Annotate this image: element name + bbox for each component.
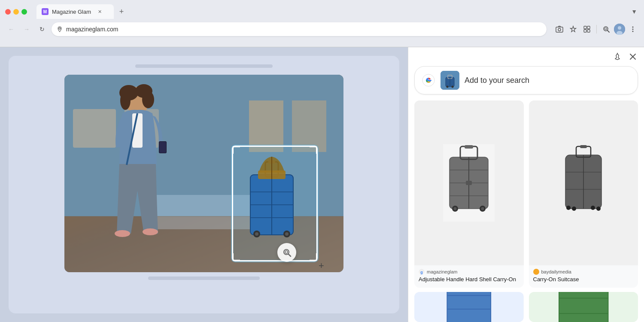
svg-point-63 xyxy=(452,86,454,88)
active-tab[interactable]: M Magazine Glam ✕ xyxy=(36,4,114,19)
maximize-window-button[interactable] xyxy=(21,9,27,15)
lens-search-button[interactable] xyxy=(600,23,612,35)
svg-rect-3 xyxy=(556,27,563,32)
svg-rect-6 xyxy=(587,26,590,29)
svg-point-90 xyxy=(596,207,601,211)
result-image-2 xyxy=(529,100,638,265)
svg-rect-76 xyxy=(466,181,472,185)
close-panel-button[interactable] xyxy=(628,52,638,62)
source-name-1: magazineglam xyxy=(427,269,458,274)
tab-close-button[interactable]: ✕ xyxy=(96,8,103,15)
location-icon xyxy=(57,26,63,32)
svg-rect-20 xyxy=(249,100,283,152)
lens-button[interactable] xyxy=(277,243,296,262)
new-tab-button[interactable]: + xyxy=(115,6,128,18)
suitcase-gray-1 xyxy=(443,144,495,222)
svg-point-35 xyxy=(143,228,158,235)
title-bar: M Magazine Glam ✕ + ▼ xyxy=(0,0,644,20)
tab-dropdown-button[interactable]: ▼ xyxy=(629,6,639,17)
content-area: + xyxy=(0,47,644,322)
results-grid: g magazineglam Adjustable Handle Hard Sh… xyxy=(408,100,644,288)
address-bar-row: ← → ↻ magazineglam.com xyxy=(0,20,644,39)
pin-icon xyxy=(614,53,621,61)
screenshot-button[interactable] xyxy=(553,23,565,35)
svg-rect-99 xyxy=(559,292,608,322)
address-bar[interactable]: magazineglam.com xyxy=(52,22,547,36)
search-header-box[interactable]: Add to your search xyxy=(414,66,638,94)
suitcase-blue-partial xyxy=(414,292,524,322)
svg-text:M: M xyxy=(43,9,47,14)
forward-button[interactable]: → xyxy=(21,23,33,35)
google-logo xyxy=(422,73,435,87)
selection-box xyxy=(232,146,318,261)
toolbar-divider xyxy=(596,25,597,33)
result-source-2: baydailymedia xyxy=(533,269,634,275)
page-scrollbar-bottom xyxy=(148,276,260,280)
result-card-4-partial[interactable] xyxy=(529,292,638,322)
webpage-inner: + xyxy=(9,56,399,313)
close-icon xyxy=(629,53,636,60)
luggage-image xyxy=(237,149,306,256)
result-card-2[interactable]: baydailymedia Carry-On Suitcase xyxy=(529,100,638,288)
tab-favicon: M xyxy=(42,8,49,15)
svg-rect-8 xyxy=(587,30,590,32)
woman-figure xyxy=(77,79,206,268)
suitcase-gray-2 xyxy=(558,144,609,222)
result-source-1: g magazineglam xyxy=(419,269,519,275)
refresh-button[interactable]: ↻ xyxy=(36,23,48,35)
thumbnail-luggage xyxy=(440,71,459,90)
back-icon: ← xyxy=(8,26,14,33)
result-card-3-partial[interactable] xyxy=(414,292,524,322)
svg-point-13 xyxy=(618,26,621,30)
svg-point-17 xyxy=(632,31,634,32)
svg-point-11 xyxy=(605,28,607,30)
svg-point-2 xyxy=(59,27,61,29)
svg-point-4 xyxy=(558,28,561,31)
selection-corner-tr xyxy=(310,146,317,154)
svg-point-29 xyxy=(142,91,154,108)
camera-icon xyxy=(556,25,563,33)
svg-rect-93 xyxy=(447,292,491,322)
star-icon xyxy=(569,25,577,33)
page-scrollbar xyxy=(135,64,273,68)
lens-button-icon xyxy=(282,247,292,258)
svg-rect-5 xyxy=(584,26,586,29)
bookmark-button[interactable] xyxy=(567,23,579,35)
suitcase-green-partial xyxy=(529,292,638,322)
extensions-button[interactable] xyxy=(581,23,593,35)
close-window-button[interactable] xyxy=(5,9,11,15)
svg-rect-84 xyxy=(580,145,587,148)
puzzle-icon xyxy=(583,25,591,33)
pin-button[interactable] xyxy=(612,52,623,62)
svg-point-15 xyxy=(632,27,634,28)
user-avatar[interactable] xyxy=(614,24,625,35)
svg-line-10 xyxy=(608,30,609,32)
webpage-area: + xyxy=(0,47,408,322)
menu-dots-icon xyxy=(629,25,637,33)
url-text: magazineglam.com xyxy=(66,26,541,33)
more-options-button[interactable] xyxy=(627,23,639,35)
svg-point-87 xyxy=(566,206,571,210)
result-card-2-info: baydailymedia Carry-On Suitcase xyxy=(529,265,638,288)
browser-actions xyxy=(553,23,639,35)
source-name-2: baydailymedia xyxy=(541,269,571,274)
back-button[interactable]: ← xyxy=(5,23,17,35)
svg-point-74 xyxy=(481,207,484,210)
refresh-icon: ↻ xyxy=(39,26,45,33)
svg-text:g: g xyxy=(420,270,423,274)
traffic-lights xyxy=(5,9,27,15)
result-card-1[interactable]: g magazineglam Adjustable Handle Hard Sh… xyxy=(414,100,524,288)
tab-title: Magazine Glam xyxy=(52,9,91,15)
results-row2 xyxy=(408,288,644,322)
crosshair-cursor: + xyxy=(319,260,327,269)
svg-point-30 xyxy=(120,91,131,110)
search-thumbnail xyxy=(440,71,459,90)
svg-point-46 xyxy=(255,232,258,236)
svg-point-34 xyxy=(115,230,130,237)
minimize-window-button[interactable] xyxy=(13,9,19,15)
result-title-1: Adjustable Handle Hard Shell Carry-On xyxy=(419,276,519,283)
add-to-search-text: Add to your search xyxy=(465,76,529,85)
result-image-1 xyxy=(414,100,524,265)
selection-corner-br xyxy=(310,253,317,261)
svg-point-62 xyxy=(447,86,449,88)
